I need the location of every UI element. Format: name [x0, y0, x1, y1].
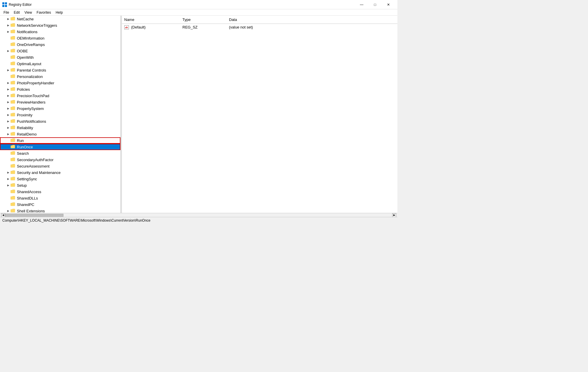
tree-item-run[interactable]: ▶ Run: [0, 137, 120, 144]
tree-item-proximity[interactable]: ▶ Proximity: [0, 112, 120, 118]
horizontal-scrollbar[interactable]: ◀ ▶: [0, 213, 397, 217]
close-button[interactable]: ✕: [382, 0, 395, 9]
folder-icon-networkservicetriggers: [10, 23, 16, 28]
expand-arrow-parentalcontrols[interactable]: ▶: [6, 68, 10, 72]
tree-item-shellextensions[interactable]: ▶ Shell Extensions: [0, 208, 120, 213]
expand-arrow-setup[interactable]: ▶: [6, 183, 10, 188]
detail-rows: ab(Default)REG_SZ(value not set): [122, 24, 397, 31]
tree-item-label-secureassessment: SecureAssessment: [17, 164, 49, 168]
tree-item-parentalcontrols[interactable]: ▶ Parental Controls: [0, 67, 120, 73]
tree-item-label-sharedpc: SharedPC: [17, 202, 34, 207]
tree-item-sharedpc[interactable]: ▶ SharedPC: [0, 201, 120, 208]
tree-item-label-previewhandlers: PreviewHandlers: [17, 100, 45, 104]
tree-item-networkservicetriggers[interactable]: ▶ NetworkServiceTriggers: [0, 22, 120, 29]
folder-icon-oobe: [10, 49, 16, 53]
expand-arrow-precisiontouchpad[interactable]: ▶: [6, 93, 10, 98]
folder-icon-search: [10, 151, 16, 156]
tree-item-label-propertysystem: PropertySystem: [17, 106, 44, 111]
expand-arrow-reliability[interactable]: ▶: [6, 125, 10, 130]
tree-pane[interactable]: ▶ NetCache▶ NetworkServiceTriggers▶ Noti…: [0, 16, 121, 213]
tree-item-policies[interactable]: ▶ Policies: [0, 86, 120, 92]
menu-edit[interactable]: Edit: [11, 10, 22, 15]
tree-item-sharedaccess[interactable]: ▶ SharedAccess: [0, 188, 120, 195]
tree-item-netcache[interactable]: ▶ NetCache: [0, 16, 120, 22]
tree-item-personalization[interactable]: ▶ Personalization: [0, 73, 120, 80]
menu-view[interactable]: View: [22, 10, 34, 15]
tree-item-propertysystem[interactable]: ▶ PropertySystem: [0, 105, 120, 112]
folder-icon-onedriveramps: [10, 42, 16, 47]
folder-icon-parentalcontrols: [10, 68, 16, 72]
tree-item-label-precisiontouchpad: PrecisionTouchPad: [17, 94, 49, 98]
tree-item-onedriveramps[interactable]: ▶ OneDriveRamps: [0, 41, 120, 48]
tree-item-reliability[interactable]: ▶ Reliability: [0, 124, 120, 131]
tree-item-optimallayout[interactable]: ▶ OptimalLayout: [0, 60, 120, 67]
minimize-button[interactable]: —: [355, 0, 368, 9]
tree-item-runonce[interactable]: ▶ RunOnce: [0, 144, 120, 150]
tree-item-oobe[interactable]: ▶ OOBE: [0, 48, 120, 54]
ab-icon-0: ab: [124, 25, 129, 29]
tree-item-label-photopropertyhandler: PhotoPropertyHandler: [17, 81, 54, 85]
expand-arrow-policies[interactable]: ▶: [6, 87, 10, 92]
tree-item-label-reliability: Reliability: [17, 126, 33, 130]
expand-arrow-previewhandlers[interactable]: ▶: [6, 100, 10, 104]
tree-item-secureassessment[interactable]: ▶ SecureAssessment: [0, 163, 120, 169]
scroll-right-arrow[interactable]: ▶: [392, 213, 396, 217]
tree-item-label-securityandmaintenance: Security and Maintenance: [17, 170, 61, 175]
scroll-left-arrow[interactable]: ◀: [1, 213, 5, 217]
cell-name-text-0: (Default): [131, 25, 146, 29]
expand-arrow-settingsync[interactable]: ▶: [6, 177, 10, 181]
expand-arrow-retaildemo[interactable]: ▶: [6, 132, 10, 136]
menu-bar: File Edit View Favorites Help: [0, 9, 397, 16]
folder-icon-oeminformation: [10, 36, 16, 40]
expand-arrow-netcache[interactable]: ▶: [6, 17, 10, 21]
tree-item-securityandmaintenance[interactable]: ▶ Security and Maintenance: [0, 169, 120, 176]
cell-type-0: REG_SZ: [180, 24, 227, 30]
folder-icon-proximity: [10, 113, 16, 117]
expand-arrow-shellextensions[interactable]: ▶: [6, 209, 10, 213]
expand-arrow-photopropertyhandler[interactable]: ▶: [6, 81, 10, 85]
tree-item-label-oeminformation: OEMInformation: [17, 36, 45, 40]
tree-item-openwith[interactable]: ▶ OpenWith: [0, 54, 120, 60]
expand-arrow-pushnotifications[interactable]: ▶: [6, 119, 10, 124]
menu-favorites[interactable]: Favorites: [34, 10, 53, 15]
tree-item-setup[interactable]: ▶ Setup: [0, 182, 120, 188]
tree-item-label-personalization: Personalization: [17, 74, 43, 79]
folder-icon-optimallayout: [10, 61, 16, 66]
col-header-name: Name: [122, 17, 180, 22]
status-path: Computer\HKEY_LOCAL_MACHINE\SOFTWARE\Mic…: [2, 218, 150, 223]
folder-icon-runonce: [10, 145, 16, 149]
cell-name-0: ab(Default): [122, 24, 180, 30]
menu-help[interactable]: Help: [53, 10, 65, 15]
tree-item-settingsync[interactable]: ▶ SettingSync: [0, 176, 120, 182]
expand-arrow-proximity[interactable]: ▶: [6, 113, 10, 117]
expand-arrow-notifications[interactable]: ▶: [6, 29, 10, 34]
folder-icon-policies: [10, 87, 16, 92]
scroll-thumb[interactable]: [5, 214, 63, 217]
expand-arrow-securityandmaintenance[interactable]: ▶: [6, 170, 10, 175]
menu-file[interactable]: File: [1, 10, 11, 15]
folder-icon-propertysystem: [10, 106, 16, 111]
scroll-track[interactable]: [5, 214, 392, 217]
tree-item-pushnotifications[interactable]: ▶ PushNotifications: [0, 118, 120, 124]
expand-arrow-propertysystem[interactable]: ▶: [6, 106, 10, 111]
expand-arrow-oobe[interactable]: ▶: [6, 49, 10, 53]
tree-item-previewhandlers[interactable]: ▶ PreviewHandlers: [0, 99, 120, 105]
maximize-button[interactable]: □: [368, 0, 382, 9]
expand-arrow-networkservicetriggers[interactable]: ▶: [6, 23, 10, 28]
tree-item-search[interactable]: ▶ Search: [0, 150, 120, 156]
detail-row-0[interactable]: ab(Default)REG_SZ(value not set): [122, 24, 397, 31]
tree-item-label-netcache: NetCache: [17, 17, 34, 21]
tree-item-secondaryauthfactor[interactable]: ▶ SecondaryAuthFactor: [0, 156, 120, 163]
tree-item-label-run: Run: [17, 138, 24, 143]
svg-rect-1: [5, 2, 7, 4]
tree-item-label-proximity: Proximity: [17, 113, 32, 117]
tree-item-label-settingsync: SettingSync: [17, 177, 37, 181]
tree-item-retaildemo[interactable]: ▶ RetailDemo: [0, 131, 120, 137]
tree-item-notifications[interactable]: ▶ Notifications: [0, 29, 120, 35]
folder-icon-netcache: [10, 17, 16, 21]
tree-item-shareddlls[interactable]: ▶ SharedDLLs: [0, 195, 120, 201]
tree-item-photopropertyhandler[interactable]: ▶ PhotoPropertyHandler: [0, 80, 120, 86]
tree-item-precisiontouchpad[interactable]: ▶ PrecisionTouchPad: [0, 92, 120, 99]
tree-item-oeminformation[interactable]: ▶ OEMInformation: [0, 35, 120, 41]
tree-item-label-notifications: Notifications: [17, 30, 38, 34]
